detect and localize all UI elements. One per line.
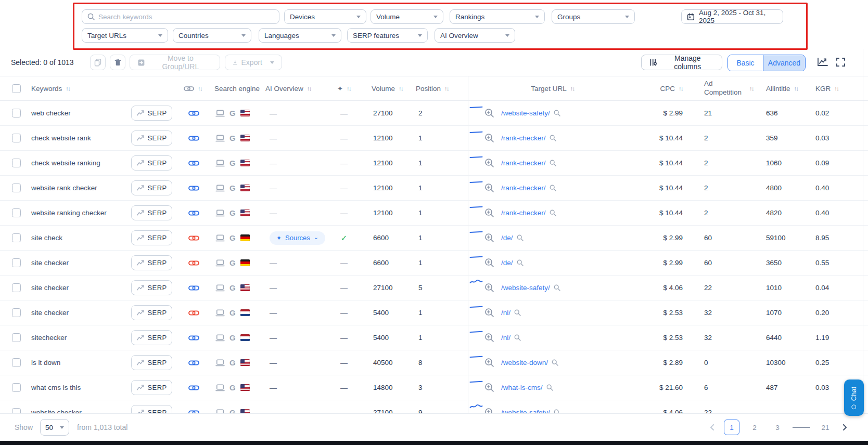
chat-button[interactable]: Chat <box>844 379 864 416</box>
serp-button[interactable]: SERP <box>131 255 172 270</box>
link-icon[interactable] <box>188 259 199 267</box>
row-checkbox[interactable] <box>12 233 21 242</box>
sort-icon[interactable]: ↑↓ <box>444 85 449 91</box>
delete-button[interactable] <box>110 55 125 70</box>
target-url-link[interactable]: /what-is-cms/ <box>501 384 543 391</box>
serp-button[interactable]: SERP <box>131 380 172 395</box>
url-search-icon[interactable] <box>554 284 560 291</box>
sort-icon[interactable]: ↑↓ <box>347 85 351 91</box>
target-url-link[interactable]: /rank-checker/ <box>501 134 546 142</box>
row-checkbox[interactable] <box>12 333 21 342</box>
serp-button[interactable]: SERP <box>131 106 172 121</box>
row-checkbox[interactable] <box>12 358 21 367</box>
link-icon[interactable] <box>188 384 199 391</box>
export-button[interactable]: Export <box>225 55 282 70</box>
url-search-icon[interactable] <box>550 185 556 191</box>
column-header-target-url[interactable]: Target URL↑↓ <box>501 76 605 100</box>
ai-sources-badge[interactable]: ✦ Sources ⌄ <box>270 231 325 245</box>
target-url-link[interactable]: /nl/ <box>501 334 510 342</box>
sort-icon[interactable]: ↑↓ <box>570 85 575 91</box>
devices-dropdown[interactable]: Devices <box>284 9 366 24</box>
column-header-volume[interactable]: Volume↑↓ <box>372 76 403 100</box>
target-url-link[interactable]: /nl/ <box>501 309 510 317</box>
row-checkbox[interactable] <box>12 308 21 317</box>
sort-icon[interactable]: ↑↓ <box>399 85 403 91</box>
copy-button[interactable] <box>90 55 106 70</box>
serp-button[interactable]: SERP <box>131 405 172 413</box>
move-to-group-button[interactable]: Move to Group/URL <box>130 55 220 70</box>
zoom-in-icon[interactable] <box>484 233 494 243</box>
row-checkbox[interactable] <box>12 109 21 117</box>
page-button-1[interactable]: 1 <box>724 420 739 435</box>
link-icon[interactable] <box>188 234 199 242</box>
ai-overview-dropdown[interactable]: AI Overview <box>435 28 515 43</box>
link-icon[interactable] <box>188 185 199 192</box>
target-url-link[interactable]: /rank-checker/ <box>501 159 546 167</box>
next-page-button[interactable] <box>840 422 850 433</box>
sort-icon[interactable]: ↑↓ <box>749 85 754 91</box>
fullscreen-button[interactable] <box>834 55 847 69</box>
column-header-ai-valid[interactable]: ✦↑↓ <box>337 76 351 100</box>
page-size-select[interactable]: 50 <box>40 419 69 436</box>
groups-dropdown[interactable]: Groups <box>552 9 635 24</box>
link-icon[interactable] <box>188 160 199 167</box>
serp-button[interactable]: SERP <box>131 205 172 220</box>
link-icon[interactable] <box>188 359 199 367</box>
column-header-kgr[interactable]: KGR↑↓ <box>815 76 838 100</box>
serp-button[interactable]: SERP <box>131 230 172 245</box>
url-search-icon[interactable] <box>554 110 560 116</box>
serp-button[interactable]: SERP <box>131 180 172 195</box>
column-header-link[interactable]: ↑↓ <box>184 76 202 100</box>
sort-icon[interactable]: ↑↓ <box>307 85 311 91</box>
row-checkbox[interactable] <box>12 134 21 142</box>
url-search-icon[interactable] <box>517 259 524 266</box>
serp-button[interactable]: SERP <box>131 155 172 171</box>
link-icon[interactable] <box>188 334 199 342</box>
zoom-in-icon[interactable] <box>484 133 494 143</box>
target-url-link[interactable]: /website-safety/ <box>501 284 550 292</box>
target-url-link[interactable]: /website-down/ <box>501 359 548 367</box>
row-checkbox[interactable] <box>12 258 21 267</box>
zoom-in-icon[interactable] <box>484 358 494 368</box>
url-search-icon[interactable] <box>514 334 521 341</box>
target-url-link[interactable]: /website-safety/ <box>501 109 550 117</box>
target-url-link[interactable]: /rank-checker/ <box>501 184 546 192</box>
chart-view-button[interactable] <box>816 55 829 69</box>
url-search-icon[interactable] <box>552 359 558 366</box>
select-all-checkbox[interactable] <box>12 84 21 93</box>
row-checkbox[interactable] <box>12 159 21 167</box>
volume-dropdown[interactable]: Volume <box>371 9 443 24</box>
advanced-tab[interactable]: Advanced <box>763 55 805 71</box>
column-header-allintitle[interactable]: Allintitle↑↓ <box>766 76 798 100</box>
target-url-link[interactable]: /rank-checker/ <box>501 209 546 217</box>
serp-button[interactable]: SERP <box>131 330 172 345</box>
sort-icon[interactable]: ↑↓ <box>679 85 683 91</box>
keyword-search-field[interactable] <box>82 9 279 24</box>
column-header-ad-competition[interactable]: AdCompetition ↑↓ <box>704 76 754 100</box>
serp-button[interactable]: SERP <box>131 355 172 370</box>
zoom-in-icon[interactable] <box>484 333 494 343</box>
target-urls-dropdown[interactable]: Target URLs <box>82 28 168 43</box>
link-icon[interactable] <box>188 135 199 142</box>
sort-icon[interactable]: ↑↓ <box>66 85 70 91</box>
zoom-in-icon[interactable] <box>484 308 494 318</box>
page-button-2[interactable]: 2 <box>747 420 762 435</box>
prev-page-button[interactable] <box>707 422 717 433</box>
languages-dropdown[interactable]: Languages <box>259 28 341 43</box>
serp-features-dropdown[interactable]: SERP features <box>347 28 428 43</box>
zoom-in-icon[interactable] <box>484 158 494 168</box>
url-search-icon[interactable] <box>550 210 556 216</box>
serp-button[interactable]: SERP <box>131 280 172 295</box>
column-header-ai-overview[interactable]: AI Overview↑↓ <box>265 76 311 100</box>
sort-icon[interactable]: ↑↓ <box>834 85 838 91</box>
zoom-in-icon[interactable] <box>484 283 494 293</box>
url-search-icon[interactable] <box>550 160 556 166</box>
target-url-link[interactable]: /de/ <box>501 234 513 242</box>
zoom-in-icon[interactable] <box>484 183 494 193</box>
page-button-3[interactable]: 3 <box>770 420 785 435</box>
link-icon[interactable] <box>188 110 199 117</box>
zoom-in-icon[interactable] <box>484 408 494 413</box>
sort-icon[interactable]: ↑↓ <box>198 85 202 91</box>
basic-tab[interactable]: Basic <box>728 55 763 71</box>
row-checkbox[interactable] <box>12 408 21 413</box>
